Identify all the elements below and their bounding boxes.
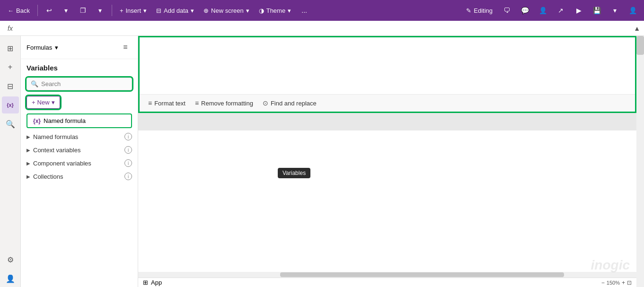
fit-button[interactable]: ⊡ [627, 279, 632, 286]
panel-dropdown-icon: ▾ [55, 44, 58, 51]
canvas-scrollbar-vertical[interactable] [636, 36, 644, 287]
format-bar-container: ≡ Format text ≡ Remove formatting ⊙ Find… [138, 36, 636, 113]
share-icon: ↗ [558, 7, 564, 14]
theme-button[interactable]: ◑ Theme ▾ [255, 5, 295, 16]
formula-input[interactable] [17, 25, 634, 32]
play-icon: ▶ [576, 7, 582, 14]
format-text-icon: ≡ [148, 99, 152, 107]
remove-formatting-label: Remove formatting [201, 100, 253, 107]
variables-icon: {x} [7, 102, 14, 108]
section-collections[interactable]: ▶ Collections i [21, 170, 138, 183]
editing-icon: ✎ [466, 7, 471, 14]
toolbar-more-button[interactable]: ▾ [607, 3, 622, 18]
canvas-content [138, 130, 636, 278]
undo-dropdown-icon: ▾ [64, 7, 68, 14]
find-replace-icon: ⊙ [263, 99, 268, 107]
sidebar-item-settings[interactable]: ⚙ [2, 251, 19, 268]
sidebar-item-data[interactable]: ⊟ [2, 78, 19, 95]
app-grid-icon: ⊞ [143, 279, 148, 286]
theme-dropdown-icon: ▾ [288, 7, 291, 14]
more-options-button[interactable]: ... [297, 3, 312, 18]
toolbar-right: ✎ Editing 🗨 💬 👤 ↗ ▶ 💾 ▾ 👤 [462, 3, 640, 18]
canvas-scrollbar-horizontal[interactable] [138, 272, 636, 278]
named-formula-item[interactable]: {x} Named formula [26, 113, 132, 128]
insert-label: Insert [126, 7, 141, 14]
main-layout: ⊞ + ⊟ {x} 🔍 ⚙ 👤 Formulas ▾ [0, 36, 644, 287]
copy-dropdown-button[interactable]: ▾ [93, 3, 108, 18]
new-screen-button[interactable]: ⊕ New screen ▾ [200, 5, 253, 16]
back-arrow-icon: ← [8, 7, 14, 14]
add-data-icon: ⊟ [156, 7, 161, 14]
new-screen-icon: ⊕ [203, 7, 209, 14]
formula-edit-area[interactable] [140, 37, 635, 94]
add-data-button[interactable]: ⊟ Add data ▾ [152, 5, 198, 16]
undo-dropdown-button[interactable]: ▾ [59, 3, 74, 18]
new-btn-container: + New ▾ [21, 93, 138, 112]
person-icon: 👤 [539, 7, 547, 14]
insert-button[interactable]: + Insert ▾ [116, 5, 150, 16]
context-variables-info-icon[interactable]: i [124, 146, 132, 154]
theme-label: Theme [266, 7, 285, 14]
new-btn-plus-icon: + [32, 99, 35, 106]
person-icon-button[interactable]: 👤 [535, 3, 550, 18]
collections-info-icon[interactable]: i [124, 173, 132, 180]
find-replace-label: Find and replace [271, 100, 317, 107]
section-component-variables[interactable]: ▶ Component variables i [21, 157, 138, 170]
undo-button[interactable]: ↩ [42, 3, 57, 18]
panel-dropdown[interactable]: Formulas ▾ [26, 44, 119, 51]
copy-icon: ❐ [80, 7, 86, 14]
context-variables-label: Context variables [33, 147, 122, 154]
sidebar-item-account[interactable]: 👤 [2, 270, 19, 287]
back-label: Back [16, 7, 30, 14]
remove-formatting-button[interactable]: ≡ Remove formatting [191, 97, 257, 109]
section-named-formulas[interactable]: ▶ Named formulas i [21, 130, 138, 143]
panel-header: Formulas ▾ ≡ [21, 36, 138, 59]
named-formula-icon: {x} [33, 118, 41, 124]
copy-dropdown-icon: ▾ [98, 7, 102, 14]
collections-label: Collections [33, 173, 122, 180]
sidebar-item-layers[interactable]: ⊞ [2, 40, 19, 57]
sidebar-item-search[interactable]: 🔍 [2, 115, 19, 132]
chat-icon-button[interactable]: 💬 [517, 3, 532, 18]
comment-icon-button[interactable]: 🗨 [499, 3, 514, 18]
chat-icon: 💬 [521, 7, 529, 14]
canvas-status-bar: ⊞ App − 150% + ⊡ [138, 278, 636, 287]
new-variable-button[interactable]: + New ▾ [26, 96, 60, 109]
search-box-icon: 🔍 [31, 80, 38, 87]
play-button[interactable]: ▶ [571, 3, 586, 18]
find-replace-button[interactable]: ⊙ Find and replace [259, 97, 320, 109]
layers-icon: ⊞ [7, 44, 13, 53]
component-variables-info-icon[interactable]: i [124, 159, 132, 167]
undo-icon: ↩ [46, 7, 52, 14]
insert-dropdown-icon: ▾ [143, 7, 147, 14]
panel-title: Variables [21, 59, 138, 75]
remove-formatting-icon: ≡ [195, 99, 199, 107]
new-screen-label: New screen [211, 7, 244, 14]
zoom-out-button[interactable]: − [601, 279, 605, 286]
variables-panel: Formulas ▾ ≡ Variables 🔍 + New ▾ {x} Nam… [21, 36, 138, 287]
section-context-variables[interactable]: ▶ Context variables i [21, 143, 138, 157]
named-formulas-info-icon[interactable]: i [124, 133, 132, 140]
sidebar-item-variables[interactable]: {x} [2, 96, 19, 113]
more-icon: ... [301, 7, 307, 14]
sidebar-item-insert[interactable]: + [2, 59, 19, 76]
share-icon-button[interactable]: ↗ [553, 3, 568, 18]
zoom-in-button[interactable]: + [622, 279, 625, 286]
scrollbar-thumb-vertical[interactable] [636, 36, 644, 55]
editing-button[interactable]: ✎ Editing [462, 5, 496, 16]
account-button[interactable]: 👤 [625, 3, 640, 18]
back-button[interactable]: ← Back [4, 5, 34, 16]
copy-button[interactable]: ❐ [76, 3, 91, 18]
formula-collapse-button[interactable]: ▲ [634, 25, 640, 32]
search-box: 🔍 [26, 78, 132, 90]
main-toolbar: ← Back ↩ ▾ ❐ ▾ + Insert ▾ ⊟ Add data ▾ ⊕… [0, 0, 644, 21]
canvas-area: ≡ Format text ≡ Remove formatting ⊙ Find… [138, 36, 644, 287]
save-icon-button[interactable]: 💾 [589, 3, 604, 18]
format-text-button[interactable]: ≡ Format text [144, 97, 189, 109]
search-input[interactable] [41, 80, 128, 87]
account-icon: 👤 [629, 7, 637, 14]
scrollbar-thumb-horizontal[interactable] [280, 272, 564, 277]
app-text: App [151, 279, 162, 286]
panel-menu-icon: ≡ [123, 43, 127, 52]
panel-menu-button[interactable]: ≡ [119, 41, 132, 54]
